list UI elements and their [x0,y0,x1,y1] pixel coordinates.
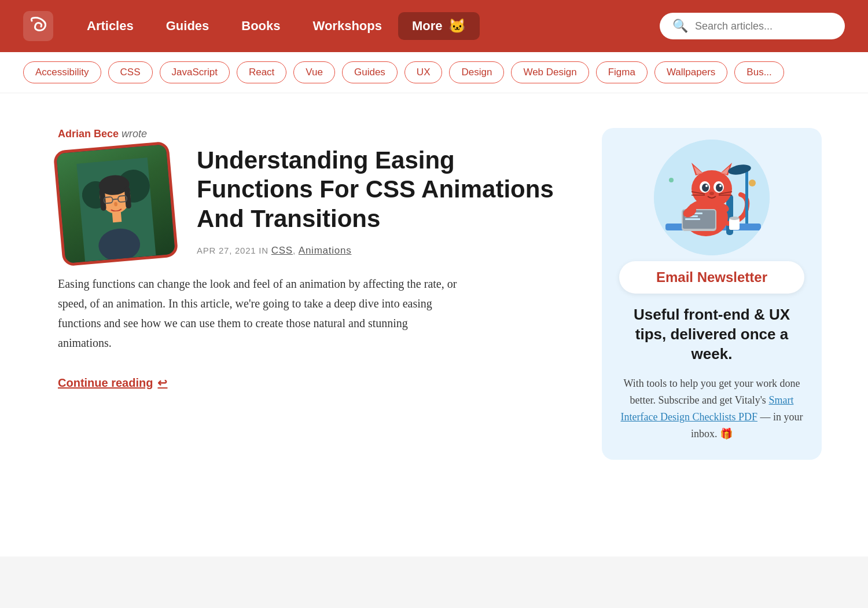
nav-guides[interactable]: Guides [150,19,226,34]
svg-point-31 [716,184,723,192]
svg-point-33 [719,185,722,187]
svg-point-30 [702,184,709,192]
tag-guides[interactable]: Guides [342,61,398,83]
category-css[interactable]: CSS [271,245,293,256]
sidebar: Email Newsletter Useful front-end & UX t… [602,128,822,522]
tag-accessibility[interactable]: Accessibility [23,61,101,83]
more-icon: 🐱 [448,18,466,34]
main-header: Articles Guides Books Workshops More 🐱 🔍 [0,0,868,52]
tag-react[interactable]: React [237,61,286,83]
newsletter-card: Email Newsletter Useful front-end & UX t… [602,128,822,460]
search-icon: 🔍 [672,19,688,34]
mascot-illustration [654,140,770,255]
main-nav: Articles Guides Books Workshops More 🐱 [71,12,660,40]
newsletter-label: Email Newsletter [619,261,804,294]
logo-mark [23,11,53,41]
svg-rect-22 [685,218,700,220]
tag-bar: Accessibility CSS JavaScript React Vue G… [0,52,868,93]
article-excerpt: Easing functions can change the look and… [58,274,463,353]
tag-vue[interactable]: Vue [293,61,335,83]
article-section: Adrian Bece wrote [58,128,567,522]
svg-rect-41 [745,169,748,224]
continue-reading-link[interactable]: Continue reading ↩ [58,376,167,390]
newsletter-headline: Useful front-end & UX tips, delivered on… [619,305,804,364]
category-animations[interactable]: Animations [299,245,352,256]
nav-books[interactable]: Books [225,19,296,34]
nav-articles[interactable]: Articles [71,19,150,34]
tag-wallpapers[interactable]: Wallpapers [654,61,727,83]
svg-point-44 [729,217,740,220]
article-text: Understanding Easing Functions For CSS A… [197,146,567,274]
author-link[interactable]: Adrian Bece [58,128,119,140]
tag-css[interactable]: CSS [108,61,153,83]
svg-line-10 [113,199,118,200]
main-content: Adrian Bece wrote [0,93,868,556]
article-title: Understanding Easing Functions For CSS A… [197,146,567,233]
author-photo [53,141,179,267]
tag-more[interactable]: Bus... [734,61,784,83]
newsletter-body: With tools to help you get your work don… [619,375,804,442]
article-body: Understanding Easing Functions For CSS A… [58,146,567,274]
search-box: 🔍 [660,13,845,39]
search-input[interactable] [695,20,832,32]
nav-workshops[interactable]: Workshops [297,19,398,34]
svg-point-23 [692,170,732,207]
tag-figma[interactable]: Figma [596,61,648,83]
article-meta: Adrian Bece wrote [58,128,567,140]
svg-point-34 [709,192,714,195]
svg-point-45 [749,180,756,186]
mascot-area [619,140,804,255]
wrote-text: wrote [119,128,147,140]
tag-design[interactable]: Design [449,61,504,83]
nav-more[interactable]: More 🐱 [398,12,480,40]
site-logo[interactable] [23,11,53,41]
svg-rect-13 [112,211,122,222]
article-date: APR 27, 2021 in CSS, Animations [197,245,567,257]
svg-point-46 [669,178,674,182]
tag-javascript[interactable]: JavaScript [160,61,230,83]
svg-point-32 [705,185,708,187]
tag-ux[interactable]: UX [404,61,443,83]
tag-webdesign[interactable]: Web Design [511,61,589,83]
